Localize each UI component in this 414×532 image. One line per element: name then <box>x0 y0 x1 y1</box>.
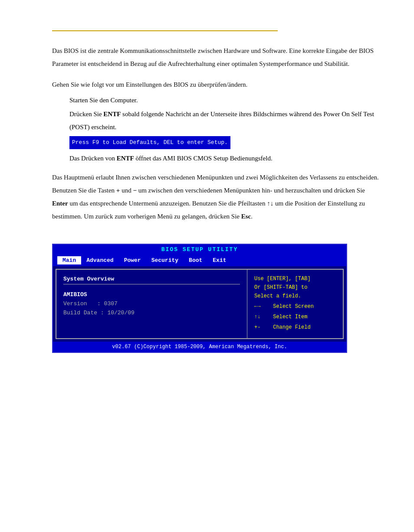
bios-menu-exit[interactable]: Exit <box>207 256 231 264</box>
bios-nav-select-screen: ←→ Select Screen <box>254 304 336 310</box>
indent-line-3: Das Drücken von ENTF öffnet das AMI BIOS… <box>69 152 379 165</box>
nav-label-select-screen: Select Screen <box>273 304 314 310</box>
bios-menu-bar: Main Advanced Power Security Boot Exit <box>53 255 346 266</box>
bios-footer: v02.67 (C)Copyright 1985-2009, American … <box>53 342 346 352</box>
bios-field-version: Version : 0307 <box>63 300 240 307</box>
nav-key-plusminus: +- <box>254 324 260 330</box>
nav-key-updown: ↑↓ <box>254 314 260 320</box>
bios-screen: BIOS SETUP UTILITY Main Advanced Power S… <box>52 244 347 353</box>
bios-menu-security[interactable]: Security <box>146 256 184 264</box>
bios-help-line-1: Use [ENTER], [TAB] <box>254 276 336 282</box>
key-minus: − <box>133 187 137 194</box>
nav-label-select-item: Select Item <box>273 314 307 320</box>
key-entf-1: ENTF <box>103 111 121 117</box>
section-divider <box>52 30 278 31</box>
code-line-container: Press F9 to Load Defaults, DEL to enter … <box>69 134 379 151</box>
bios-menu-main[interactable]: Main <box>57 256 81 264</box>
bios-section-title: System Overview <box>63 276 240 284</box>
bios-nav-select-item: ↑↓ Select Item <box>254 314 336 320</box>
nav-key-arrows: ←→ <box>254 304 260 310</box>
bios-subsection-amibios: AMIBIOS <box>63 291 240 298</box>
main-paragraph: Das Hauptmenü erlaubt Ihnen zwischen ver… <box>52 171 379 223</box>
indent-line-1: Starten Sie den Computer. <box>69 94 379 107</box>
bios-menu-boot[interactable]: Boot <box>184 256 207 264</box>
bios-help-line-2: Or [SHITF-TAB] to <box>254 284 336 290</box>
bios-field-builddate: Build Date : 10/20/09 <box>63 310 240 316</box>
code-highlight-text: Press F9 to Load Defaults, DEL to enter … <box>69 136 230 149</box>
bios-menu-power[interactable]: Power <box>119 256 146 264</box>
key-enter: Enter <box>52 200 68 207</box>
key-plus: + <box>116 187 120 194</box>
bios-body: System Overview AMIBIOS Version : 0307 B… <box>56 269 344 339</box>
bios-left-panel: System Overview AMIBIOS Version : 0307 B… <box>56 270 247 338</box>
bios-menu-advanced[interactable]: Advanced <box>81 256 118 264</box>
bios-title: BIOS SETUP UTILITY <box>53 245 346 255</box>
bios-help-line-3: Select a field. <box>254 293 336 299</box>
key-esc: Esc <box>241 213 251 220</box>
bios-nav-change-field: +- Change Field <box>254 324 336 330</box>
bios-right-panel: Use [ENTER], [TAB] Or [SHITF-TAB] to Sel… <box>247 270 343 338</box>
paragraph-1: Das BIOS ist die zentrale Kommunikations… <box>52 44 379 70</box>
nav-label-change-field: Change Field <box>273 324 310 330</box>
indent-line-2: Drücken Sie ENTF sobald folgende Nachric… <box>69 108 379 134</box>
key-entf-2: ENTF <box>117 155 134 162</box>
paragraph-2: Gehen Sie wie folgt vor um Einstellungen… <box>52 78 379 91</box>
